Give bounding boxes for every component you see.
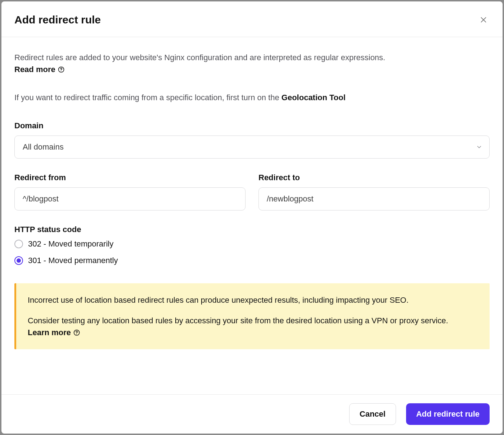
question-circle-icon [58,66,65,73]
http-status-code-label: HTTP status code [14,225,490,234]
warning-line-2: Consider testing any location based rule… [28,315,479,338]
modal-body: Redirect rules are added to your website… [1,37,503,394]
domain-field: Domain All domains [14,121,490,159]
radio-label: 301 - Moved permanently [28,256,118,265]
warning-line-1: Incorrect use of location based redirect… [28,294,479,306]
close-icon [480,16,487,24]
intro-text: Redirect rules are added to your website… [14,52,490,63]
radio-icon [14,256,23,265]
redirect-from-field: Redirect from [14,173,246,210]
domain-select[interactable]: All domains [14,136,490,159]
read-more-label: Read more [14,65,55,74]
read-more-link[interactable]: Read more [14,65,65,74]
svg-point-3 [60,71,61,71]
geolocation-prefix: If you want to redirect traffic coming f… [14,93,282,102]
redirect-from-input[interactable] [14,187,246,210]
redirect-to-input[interactable] [258,187,490,210]
geolocation-hint: If you want to redirect traffic coming f… [14,93,490,102]
question-circle-icon [73,329,80,336]
warning-banner: Incorrect use of location based redirect… [14,283,490,349]
redirect-paths-row: Redirect from Redirect to [14,173,490,210]
radio-label: 302 - Moved temporarily [28,239,113,249]
http-status-code-group: HTTP status code 302 - Moved temporarily… [14,225,490,265]
modal-header: Add redirect rule [1,1,503,37]
redirect-from-label: Redirect from [14,173,246,182]
radio-icon [14,240,23,248]
modal-title: Add redirect rule [14,14,101,26]
status-302-radio[interactable]: 302 - Moved temporarily [14,239,490,249]
cancel-button[interactable]: Cancel [349,403,396,425]
add-redirect-rule-modal: Add redirect rule Redirect rules are add… [1,1,503,434]
redirect-to-field: Redirect to [258,173,490,210]
close-button[interactable] [477,14,490,26]
geolocation-tool-link[interactable]: Geolocation Tool [282,93,346,102]
domain-label: Domain [14,121,490,130]
status-301-radio[interactable]: 301 - Moved permanently [14,256,490,265]
modal-footer: Cancel Add redirect rule [1,394,503,434]
submit-button[interactable]: Add redirect rule [406,403,490,425]
learn-more-link[interactable]: Learn more [28,327,80,338]
svg-point-5 [76,334,77,334]
redirect-to-label: Redirect to [258,173,490,182]
